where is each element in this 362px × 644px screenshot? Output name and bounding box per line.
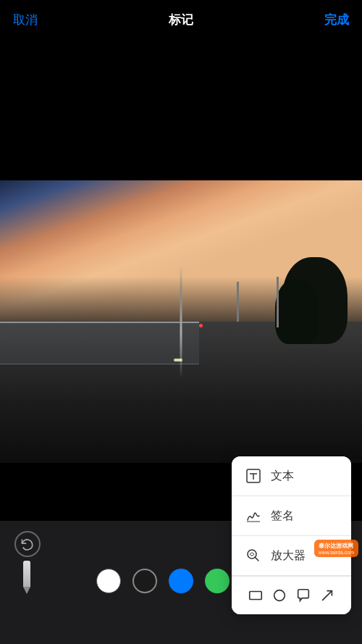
speech-shape-button[interactable]	[293, 585, 313, 606]
text-tool-label: 文本	[271, 469, 294, 484]
page-title: 标记	[169, 12, 193, 28]
cancel-button[interactable]: 取消	[13, 12, 38, 28]
shapes-row	[232, 576, 351, 614]
color-green-button[interactable]	[205, 569, 230, 593]
magnifier-icon	[243, 545, 264, 566]
photo-canvas	[0, 180, 362, 463]
text-icon	[243, 466, 264, 486]
watermark-line1: 泰尔达游戏网	[319, 542, 353, 550]
fence-left	[0, 322, 199, 364]
popup-menu: 文本 签名 放大器	[232, 456, 351, 614]
nav-bar: 取消 标记 完成	[0, 0, 362, 39]
svg-point-6	[274, 590, 285, 601]
magnifier-tool-label: 放大器	[271, 548, 306, 564]
watermark-line2: www.tairda.com	[319, 550, 354, 555]
undo-button[interactable]	[14, 531, 41, 557]
text-tool-item[interactable]: 文本	[232, 456, 351, 496]
rect-shape-button[interactable]	[245, 585, 266, 606]
street-light-1	[277, 277, 279, 327]
traffic-light	[199, 324, 203, 327]
color-blue-button[interactable]	[169, 569, 193, 593]
top-black-area	[0, 39, 362, 180]
color-black-button[interactable]	[132, 569, 157, 593]
watermark-badge: 泰尔达游戏网 www.tairda.com	[314, 540, 358, 557]
signature-icon	[243, 506, 264, 526]
done-button[interactable]: 完成	[324, 12, 349, 28]
circle-shape-button[interactable]	[269, 585, 290, 606]
svg-line-7	[323, 591, 332, 601]
car-headlight	[174, 359, 182, 361]
tree-right-2	[275, 279, 319, 344]
signature-tool-label: 签名	[271, 509, 294, 524]
signature-tool-item[interactable]: 签名	[232, 496, 351, 536]
arrow-shape-button[interactable]	[317, 585, 337, 606]
street-light-2	[237, 282, 239, 322]
color-white-button[interactable]	[96, 569, 121, 593]
svg-rect-5	[249, 592, 261, 600]
